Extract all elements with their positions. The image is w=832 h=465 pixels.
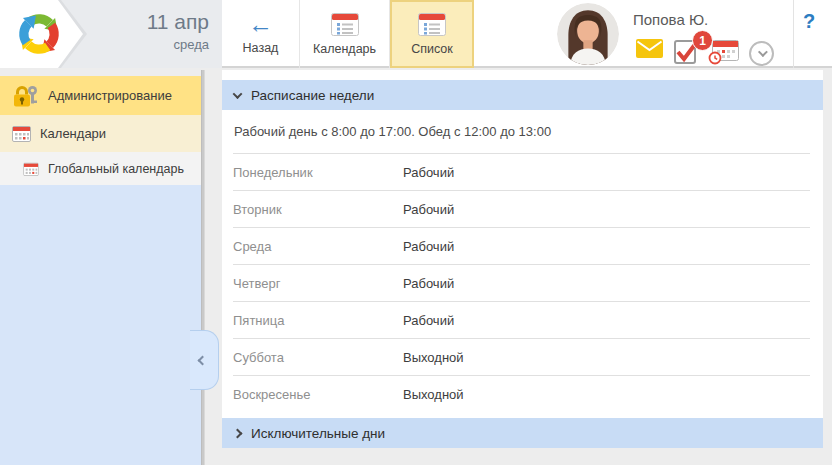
sidebar-item-administration[interactable]: Администрирование — [0, 76, 201, 115]
sidebar-item-label: Глобальный календарь — [48, 162, 184, 176]
sidebar-item-global-calendar[interactable]: Глобальный календарь — [0, 152, 201, 185]
header-divider — [793, 0, 794, 68]
chevron-left-icon — [198, 355, 208, 365]
sidebar-item-label: Календари — [40, 126, 106, 141]
schedule-day-status: Рабочий — [403, 239, 454, 254]
calendar-view-button[interactable]: Календарь — [300, 0, 390, 68]
notification-badge[interactable]: 1 — [692, 30, 713, 51]
sidebar-collapse-handle[interactable] — [190, 330, 219, 390]
user-avatar[interactable] — [557, 3, 619, 65]
calendar-red-icon — [12, 125, 31, 142]
schedule-row: Суббота Выходной — [233, 338, 810, 375]
schedule-row: Среда Рабочий — [233, 227, 810, 264]
schedule-day-label: Вторник — [233, 202, 403, 217]
schedule-day-status: Рабочий — [403, 276, 454, 291]
sidebar-item-calendars[interactable]: Календари — [0, 115, 201, 152]
chevron-down-circle-icon[interactable] — [749, 41, 774, 66]
calendar-clock-icon[interactable] — [708, 40, 739, 65]
schedule-day-status: Рабочий — [403, 313, 454, 328]
lock-key-icon — [12, 84, 39, 107]
schedule-day-status: Выходной — [403, 387, 464, 402]
schedule-day-status: Рабочий — [403, 165, 454, 180]
schedule-day-label: Четверг — [233, 276, 403, 291]
chevron-down-icon — [233, 89, 243, 99]
calendar-red-icon — [23, 162, 39, 176]
schedule-table: Понедельник Рабочий Вторник Рабочий Сред… — [222, 153, 823, 412]
sidebar: Администрирование Календари Глобальный к… — [0, 70, 201, 465]
sidebar-splitter[interactable] — [201, 70, 205, 465]
schedule-row: Пятница Рабочий — [233, 301, 810, 338]
date-weekday: среда — [147, 36, 209, 53]
schedule-row: Воскресенье Выходной — [233, 375, 810, 412]
exceptions-section-header[interactable]: Исключительные дни — [222, 418, 823, 448]
chevron-right-icon — [233, 428, 243, 438]
sidebar-item-label: Администрирование — [48, 88, 172, 103]
list-view-button-selected[interactable]: Список — [390, 0, 474, 68]
schedule-day-status: Рабочий — [403, 202, 454, 217]
date-block: 11 апр среда — [0, 0, 222, 68]
app-logo-icon[interactable] — [13, 8, 65, 60]
mail-envelope-icon[interactable] — [636, 39, 663, 58]
top-toolbar: 11 апр среда ← Назад Календарь Список По… — [0, 0, 832, 68]
schedule-day-status: Выходной — [403, 350, 464, 365]
schedule-day-label: Пятница — [233, 313, 403, 328]
current-date: 11 апр среда — [147, 9, 209, 53]
chevron-down-icon — [758, 47, 768, 57]
list-button-label: Список — [411, 42, 453, 56]
week-schedule-section-header[interactable]: Расписание недели — [222, 80, 823, 110]
date-day: 11 апр — [147, 9, 209, 34]
main-content: Расписание недели Рабочий день с 8:00 до… — [222, 70, 823, 447]
list-page-icon — [418, 13, 446, 36]
section-title: Расписание недели — [251, 88, 374, 103]
schedule-day-label: Понедельник — [233, 165, 403, 180]
work-hours-note: Рабочий день с 8:00 до 17:00. Обед с 12:… — [222, 110, 823, 153]
arrow-left-icon: ← — [248, 13, 273, 35]
back-button-label: Назад — [243, 41, 279, 55]
avatar-photo — [557, 3, 619, 65]
schedule-row: Четверг Рабочий — [233, 264, 810, 301]
schedule-day-label: Воскресенье — [233, 387, 403, 402]
help-button[interactable]: ? — [803, 10, 815, 33]
schedule-row: Вторник Рабочий — [233, 190, 810, 227]
schedule-row: Понедельник Рабочий — [233, 153, 810, 190]
back-button[interactable]: ← Назад — [222, 0, 300, 68]
user-name[interactable]: Попова Ю. — [633, 11, 708, 28]
calendar-page-icon — [331, 13, 359, 36]
calendar-button-label: Календарь — [313, 42, 376, 56]
schedule-day-label: Среда — [233, 239, 403, 254]
section-title: Исключительные дни — [251, 426, 385, 441]
schedule-day-label: Суббота — [233, 350, 403, 365]
